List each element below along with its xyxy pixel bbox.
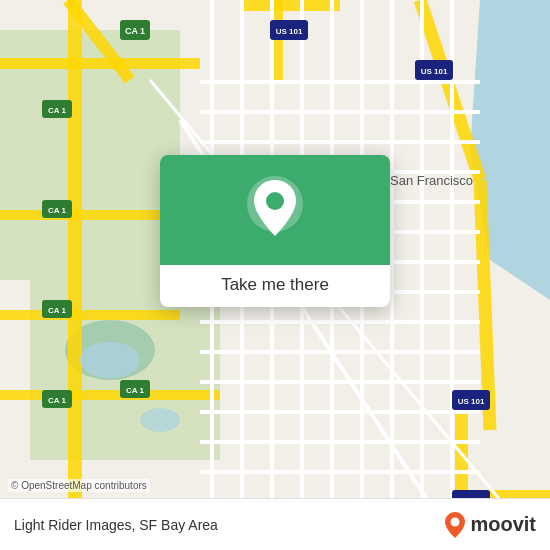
svg-text:CA 1: CA 1 bbox=[48, 306, 66, 315]
svg-text:CA 1: CA 1 bbox=[126, 386, 144, 395]
location-name: Light Rider Images, SF Bay Area bbox=[14, 517, 218, 533]
svg-text:CA 1: CA 1 bbox=[125, 26, 145, 36]
svg-rect-15 bbox=[0, 390, 220, 400]
location-pin-icon bbox=[245, 174, 305, 246]
bottom-bar: Light Rider Images, SF Bay Area moovit bbox=[0, 498, 550, 550]
svg-text:CA 1: CA 1 bbox=[48, 206, 66, 215]
svg-rect-7 bbox=[0, 58, 200, 69]
card-action-area[interactable]: Take me there bbox=[160, 265, 390, 307]
svg-text:US 101: US 101 bbox=[421, 67, 448, 76]
svg-rect-40 bbox=[420, 0, 424, 550]
take-me-there-button[interactable]: Take me there bbox=[176, 275, 374, 295]
svg-text:CA 1: CA 1 bbox=[48, 106, 66, 115]
location-card: Take me there bbox=[160, 155, 390, 307]
card-map-icon-area bbox=[160, 155, 390, 265]
svg-text:US 101: US 101 bbox=[276, 27, 303, 36]
svg-rect-6 bbox=[68, 0, 82, 550]
svg-text:San Francisco: San Francisco bbox=[390, 173, 473, 188]
svg-point-70 bbox=[451, 517, 460, 526]
svg-point-65 bbox=[80, 342, 140, 378]
moovit-logo: moovit bbox=[444, 511, 536, 539]
map-container[interactable]: CA 1 US 101 US 101 CA 1 CA 1 CA 1 CA 1 C… bbox=[0, 0, 550, 550]
svg-text:US 101: US 101 bbox=[458, 397, 485, 406]
svg-point-69 bbox=[266, 192, 284, 210]
svg-text:CA 1: CA 1 bbox=[48, 396, 66, 405]
svg-rect-41 bbox=[450, 0, 454, 550]
map-attribution: © OpenStreetMap contributors bbox=[8, 479, 150, 492]
svg-point-66 bbox=[140, 408, 180, 432]
svg-rect-39 bbox=[390, 0, 394, 550]
svg-rect-14 bbox=[0, 310, 180, 320]
moovit-brand-text: moovit bbox=[470, 513, 536, 536]
svg-rect-10 bbox=[240, 0, 340, 11]
svg-rect-13 bbox=[0, 210, 180, 220]
moovit-pin-icon bbox=[444, 511, 466, 539]
